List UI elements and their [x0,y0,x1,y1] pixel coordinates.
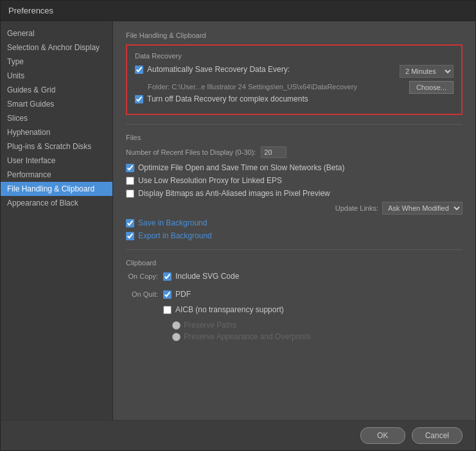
include-svg-checkbox[interactable] [163,272,172,281]
dialog-body: General Selection & Anchor Display Type … [1,21,475,420]
data-recovery-box: Data Recovery Automatically Save Recover… [126,44,463,115]
aicb-row: AICB (no transparency support) [163,305,310,314]
turn-off-checkbox[interactable] [135,95,143,103]
aicb-label: AICB (no transparency support) [175,305,284,314]
pdf-row: PDF [163,290,310,299]
low-res-row: Use Low Resolution Proxy for Linked EPS [126,176,463,185]
clipboard-section-title: Clipboard [126,259,463,267]
divider-2 [126,249,463,250]
display-bitmaps-label: Display Bitmaps as Anti-Aliased images i… [138,189,330,198]
auto-save-checkbox-row: Automatically Save Recovery Data Every: [135,65,290,74]
dialog-footer: OK Cancel [1,420,475,450]
turn-off-label: Turn off Data Recovery for complex docum… [147,94,308,103]
folder-path: Folder: C:\User...e Illustrator 24 Setti… [148,83,357,91]
sidebar-item-appearance[interactable]: Appearance of Black [1,196,112,210]
auto-save-checkbox[interactable] [135,66,143,74]
preserve-appearance-radio [172,333,181,341]
recent-files-label: Number of Recent Files to Display (0-30)… [126,148,256,156]
sidebar-item-selection[interactable]: Selection & Anchor Display [1,40,112,55]
optimize-row: Optimize File Open and Save Time on Slow… [126,163,463,172]
cancel-button[interactable]: Cancel [412,427,463,444]
preserve-appearance-row: Preserve Appearance and Overprints [172,332,310,341]
title-bar: Preferences [1,1,475,21]
preferences-dialog: Preferences General Selection & Anchor D… [0,0,476,451]
display-bitmaps-checkbox[interactable] [126,190,134,198]
sidebar-item-general[interactable]: General [1,26,112,40]
include-svg-row: Include SVG Code [163,272,239,281]
interval-controls: 2 Minutes 5 Minutes 10 Minutes 30 Minute… [400,65,454,78]
divider-1 [126,124,463,125]
section-title: File Handling & Clipboard [126,31,463,39]
turn-off-row: Turn off Data Recovery for complex docum… [135,94,454,103]
choose-button[interactable]: Choose... [409,81,454,94]
sidebar: General Selection & Anchor Display Type … [1,21,113,420]
update-links-row: Update Links: Ask When Modified Automati… [126,202,463,215]
on-quit-label: On Quit: [126,290,158,298]
sidebar-item-units[interactable]: Units [1,69,112,83]
auto-save-label: Automatically Save Recovery Data Every: [147,65,290,74]
preserve-paths-radio [172,321,181,330]
export-bg-label: Export in Background [138,231,212,240]
save-bg-label: Save in Background [138,218,207,227]
export-bg-checkbox[interactable] [126,232,134,240]
data-recovery-header: Data Recovery [135,52,454,60]
sidebar-item-file-handling[interactable]: File Handling & Clipboard [1,182,112,196]
on-quit-row: On Quit: PDF AICB (no transparency suppo… [126,290,463,341]
update-links-label: Update Links: [335,204,378,212]
on-copy-row: On Copy: Include SVG Code [126,272,463,285]
sidebar-item-plugins[interactable]: Plug-ins & Scratch Disks [1,139,112,154]
low-res-checkbox[interactable] [126,177,134,185]
preserve-paths-row: Preserve Paths [172,321,310,330]
on-copy-options: Include SVG Code [163,272,239,285]
pdf-checkbox[interactable] [163,290,172,299]
optimize-label: Optimize File Open and Save Time on Slow… [138,163,344,172]
ok-button[interactable]: OK [360,427,405,444]
sidebar-item-type[interactable]: Type [1,55,112,69]
low-res-label: Use Low Resolution Proxy for Linked EPS [138,176,282,185]
sidebar-item-hyphenation[interactable]: Hyphenation [1,125,112,139]
sidebar-item-smart-guides[interactable]: Smart Guides [1,97,112,111]
recent-files-row: Number of Recent Files to Display (0-30)… [126,146,463,158]
pdf-label: PDF [175,290,191,299]
on-quit-options: PDF AICB (no transparency support) Prese… [163,290,310,341]
folder-path-value: C:\User...e Illustrator 24 Settings\en_U… [172,83,357,91]
include-svg-label: Include SVG Code [175,272,239,281]
on-copy-label: On Copy: [126,272,158,280]
display-bitmaps-row: Display Bitmaps as Anti-Aliased images i… [126,189,463,198]
preserve-paths-label: Preserve Paths [184,321,236,330]
save-bg-row: Save in Background [126,218,463,227]
interval-select[interactable]: 2 Minutes 5 Minutes 10 Minutes 30 Minute… [400,65,454,78]
recent-files-input[interactable] [261,146,286,158]
optimize-checkbox[interactable] [126,164,134,172]
sidebar-item-user-interface[interactable]: User Interface [1,154,112,168]
auto-save-row: Automatically Save Recovery Data Every: … [135,65,454,78]
update-links-select[interactable]: Ask When Modified Automatically Manually [382,202,463,215]
export-bg-row: Export in Background [126,231,463,240]
save-bg-checkbox[interactable] [126,219,134,227]
sidebar-item-slices[interactable]: Slices [1,111,112,125]
dialog-title: Preferences [8,6,53,15]
folder-label: Folder: [148,83,170,91]
preserve-appearance-label: Preserve Appearance and Overprints [184,332,310,341]
main-content: File Handling & Clipboard Data Recovery … [113,21,475,420]
sidebar-item-guides[interactable]: Guides & Grid [1,83,112,97]
folder-choose-row: Folder: C:\User...e Illustrator 24 Setti… [135,80,454,94]
sidebar-item-performance[interactable]: Performance [1,168,112,182]
files-section-title: Files [126,134,463,141]
aicb-checkbox[interactable] [163,306,172,314]
